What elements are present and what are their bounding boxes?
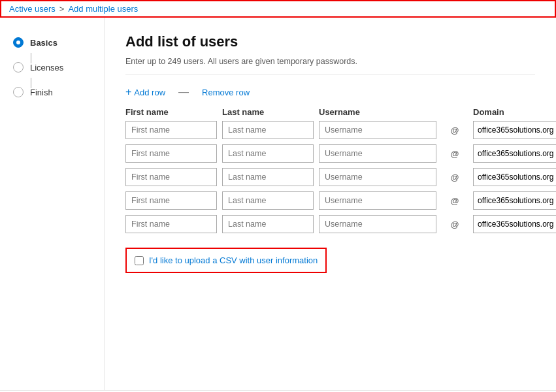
username-input-1[interactable] (319, 144, 436, 163)
domain-select-2[interactable]: office365solutions.org (473, 168, 556, 186)
at-sign-0: @ (442, 125, 468, 135)
at-sign-2: @ (442, 172, 468, 182)
table-row: @ office365solutions.org (125, 168, 535, 186)
toolbar: + Add row — Remove row (125, 86, 535, 98)
domain-select-0[interactable]: office365solutions.org (473, 121, 556, 139)
username-input-4[interactable] (319, 215, 436, 233)
last-name-input-2[interactable] (222, 168, 314, 186)
step-circle-finish (13, 87, 24, 97)
at-sign-3: @ (442, 196, 468, 206)
breadcrumb-current: Add multiple users (68, 4, 138, 14)
table-row: @ office365solutions.org (125, 191, 535, 210)
first-name-input-0[interactable] (125, 121, 217, 139)
first-name-input-3[interactable] (125, 191, 217, 210)
add-row-button[interactable]: + Add row (125, 86, 165, 98)
step-circle-basics (13, 37, 24, 48)
header-lastname: Last name (222, 107, 314, 117)
username-input-3[interactable] (319, 191, 436, 210)
breadcrumb-parent[interactable]: Active users (9, 4, 56, 14)
subtitle: Enter up to 249 users. All users are giv… (125, 57, 535, 74)
breadcrumb: Active users > Add multiple users (0, 0, 556, 18)
page-title: Add list of users (125, 33, 535, 50)
remove-row-button[interactable]: Remove row (202, 88, 250, 97)
user-rows-container: @ office365solutions.org @ office365solu… (125, 121, 535, 233)
username-input-2[interactable] (319, 168, 436, 186)
last-name-input-4[interactable] (222, 215, 314, 233)
remove-row-label: Remove row (202, 88, 250, 97)
csv-checkbox[interactable] (135, 256, 144, 265)
step-circle-licenses (13, 62, 24, 73)
last-name-input-3[interactable] (222, 191, 314, 210)
domain-select-3[interactable]: office365solutions.org (473, 191, 556, 210)
last-name-input-0[interactable] (222, 121, 314, 139)
csv-section: I'd like to upload a CSV with user infor… (125, 248, 535, 273)
header-username: Username (319, 107, 436, 117)
add-row-label: Add row (134, 88, 165, 97)
last-name-input-1[interactable] (222, 144, 314, 163)
table-row: @ office365solutions.org (125, 215, 535, 233)
table-headers: First name Last name Username Domain (125, 107, 535, 121)
header-firstname: First name (125, 107, 217, 117)
header-domain: Domain (473, 107, 556, 117)
domain-select-4[interactable]: office365solutions.org (473, 215, 556, 233)
content-area: Add list of users Enter up to 249 users.… (105, 18, 556, 390)
csv-label: I'd like to upload a CSV with user infor… (149, 255, 318, 265)
toolbar-divider: — (178, 86, 189, 98)
step-basics: Basics (13, 37, 104, 48)
at-sign-4: @ (442, 220, 468, 229)
first-name-input-2[interactable] (125, 168, 217, 186)
sidebar: Basics Licenses Finish (0, 18, 105, 390)
header-at (442, 107, 468, 117)
table-row: @ office365solutions.org (125, 144, 535, 163)
step-label-finish: Finish (30, 88, 53, 97)
step-label-basics: Basics (30, 38, 57, 48)
table-row: @ office365solutions.org (125, 121, 535, 139)
step-finish: Finish (13, 87, 104, 97)
step-licenses: Licenses (13, 62, 104, 73)
breadcrumb-separator: > (59, 4, 65, 14)
main-layout: Basics Licenses Finish Add list of users… (0, 18, 556, 390)
plus-icon: + (125, 86, 131, 98)
username-input-0[interactable] (319, 121, 436, 139)
domain-select-1[interactable]: office365solutions.org (473, 144, 556, 163)
first-name-input-4[interactable] (125, 215, 217, 233)
csv-upload-wrapper[interactable]: I'd like to upload a CSV with user infor… (125, 248, 327, 273)
at-sign-1: @ (442, 149, 468, 159)
first-name-input-1[interactable] (125, 144, 217, 163)
step-label-licenses: Licenses (30, 63, 63, 73)
